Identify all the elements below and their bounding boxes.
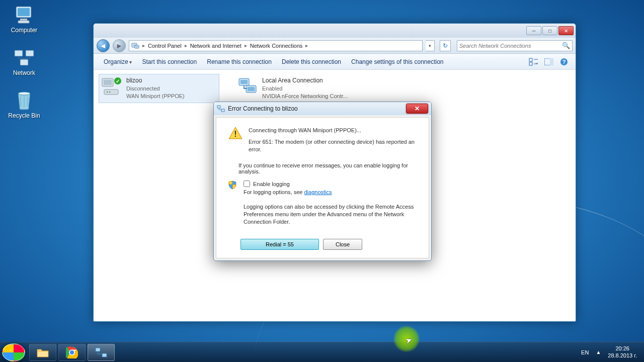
svg-rect-25 [217, 106, 220, 108]
breadcrumb-item[interactable]: Control Panel [146, 43, 184, 49]
connection-icon [237, 76, 258, 97]
address-dropdown[interactable]: ▾ [426, 40, 435, 51]
start-connection-button[interactable]: Start this connection [137, 56, 202, 67]
connection-name: Local Area Connection [262, 76, 348, 85]
dialog-title: Error Connecting to blizoo [228, 105, 298, 112]
svg-text:!: ! [234, 130, 236, 138]
desktop-icon-recyclebin[interactable]: Recycle Bin [4, 90, 44, 119]
clock-time: 20:26 [608, 345, 637, 352]
enable-logging-input[interactable] [244, 180, 250, 187]
svg-point-19 [107, 92, 108, 93]
command-bar: Organize Start this connection Rename th… [94, 54, 576, 70]
redial-button[interactable]: Redial = 55 [240, 239, 319, 250]
dialog-connecting-text: Connecting through WAN Miniport (PPPOE).… [249, 127, 417, 134]
back-button[interactable]: ◄ [97, 39, 110, 52]
svg-rect-18 [104, 89, 118, 95]
svg-rect-32 [102, 353, 107, 357]
error-dialog: Error Connecting to blizoo ✕ ! Connectin… [213, 102, 432, 261]
help-button[interactable]: ? [557, 56, 571, 67]
rename-connection-button[interactable]: Rename this connection [202, 56, 277, 67]
taskbar-item-network[interactable] [88, 344, 115, 361]
svg-rect-4 [15, 50, 23, 56]
enable-logging-checkbox[interactable]: Enable logging [244, 180, 417, 188]
delete-connection-button[interactable]: Delete this connection [277, 56, 346, 67]
taskbar: EN ▲ 20:26 28.8.2013 г. [0, 342, 644, 362]
computer-icon [13, 5, 35, 25]
search-icon[interactable]: 🔍 [562, 42, 570, 49]
desktop-icon-label: Recycle Bin [8, 112, 40, 119]
system-tray: EN ▲ 20:26 28.8.2013 г. [581, 345, 642, 359]
connection-status: Disconnected [126, 85, 185, 93]
connection-device: WAN Miniport (PPPOE) [126, 93, 185, 100]
network-icon [13, 48, 35, 68]
network-connections-icon [95, 347, 108, 358]
breadcrumb-item[interactable]: Network and Internet [188, 43, 244, 49]
minimize-button[interactable]: ─ [526, 26, 541, 35]
dialog-titlebar[interactable]: Error Connecting to blizoo ✕ [214, 102, 431, 115]
network-small-icon [217, 105, 225, 113]
logging-note-text: Logging options can also be accessed by … [244, 203, 417, 226]
svg-point-7 [18, 92, 30, 95]
start-button[interactable] [2, 343, 25, 361]
desktop-icon-label: Network [13, 69, 35, 76]
svg-rect-11 [529, 62, 532, 65]
connection-item-lan[interactable]: Local Area Connection Enabled NVIDIA nFo… [234, 74, 355, 103]
desktop-icon-label: Computer [11, 27, 38, 34]
connection-icon: ✓ [101, 76, 122, 97]
refresh-button[interactable]: ↻ [440, 40, 451, 51]
close-button[interactable]: Close [323, 239, 362, 250]
tray-overflow-button[interactable]: ▲ [596, 349, 601, 355]
desktop-icon-network[interactable]: Network [4, 48, 44, 76]
logging-prefix-text: For logging options, see [244, 189, 304, 195]
organize-menu[interactable]: Organize [99, 56, 137, 67]
svg-rect-31 [96, 348, 100, 351]
taskbar-item-explorer[interactable] [29, 344, 56, 361]
svg-rect-3 [18, 21, 29, 23]
view-options-button[interactable] [527, 56, 540, 67]
svg-rect-1 [18, 8, 30, 16]
breadcrumb-item[interactable]: Network Connections [248, 43, 305, 49]
folder-icon [36, 347, 49, 358]
svg-rect-17 [104, 80, 112, 85]
titlebar: ─ □ ✕ [94, 24, 576, 38]
address-bar[interactable]: ▸ Control Panel ▸ Network and Internet ▸… [129, 40, 423, 51]
svg-rect-6 [20, 59, 28, 65]
search-input[interactable] [459, 43, 562, 49]
svg-point-20 [109, 92, 111, 93]
svg-text:?: ? [562, 59, 566, 65]
forward-button[interactable]: ► [113, 39, 126, 52]
dialog-hint-text: If you continue to receive error message… [238, 162, 417, 174]
folder-icon [131, 42, 139, 50]
connection-device: NVIDIA nForce Networking Contr... [262, 93, 348, 100]
connection-status: Enabled [262, 85, 348, 93]
recyclebin-icon [13, 90, 35, 111]
dialog-close-button[interactable]: ✕ [406, 104, 428, 114]
clock[interactable]: 20:26 28.8.2013 г. [608, 345, 637, 359]
taskbar-item-chrome[interactable] [58, 344, 86, 361]
connection-name: blizoo [126, 76, 185, 85]
search-box[interactable]: 🔍 [457, 40, 573, 51]
change-settings-button[interactable]: Change settings of this connection [346, 56, 448, 67]
desktop-icons: Computer Network Recycle Bin [4, 5, 44, 119]
svg-rect-24 [248, 87, 255, 91]
svg-rect-2 [20, 19, 27, 21]
navigation-bar: ◄ ► ▸ Control Panel ▸ Network and Intern… [94, 38, 576, 54]
svg-rect-22 [240, 80, 248, 84]
status-indicator-icon: ✓ [114, 77, 121, 84]
diagnostics-link[interactable]: diagnostics [304, 189, 332, 195]
chrome-icon [66, 346, 78, 358]
close-button[interactable]: ✕ [558, 26, 574, 35]
svg-rect-13 [550, 58, 553, 65]
connection-item-blizoo[interactable]: ✓ blizoo Disconnected WAN Miniport (PPPO… [99, 74, 219, 103]
shield-icon [228, 180, 237, 190]
preview-pane-button[interactable] [542, 56, 555, 67]
clock-date: 28.8.2013 г. [608, 352, 637, 359]
warning-icon: ! [228, 127, 243, 157]
svg-rect-10 [529, 58, 532, 61]
maximize-button[interactable]: □ [542, 26, 557, 35]
language-indicator[interactable]: EN [581, 349, 589, 355]
dialog-error-text: Error 651: The modem (or other connectin… [249, 138, 417, 153]
desktop-icon-computer[interactable]: Computer [4, 5, 44, 34]
svg-rect-5 [26, 50, 34, 56]
